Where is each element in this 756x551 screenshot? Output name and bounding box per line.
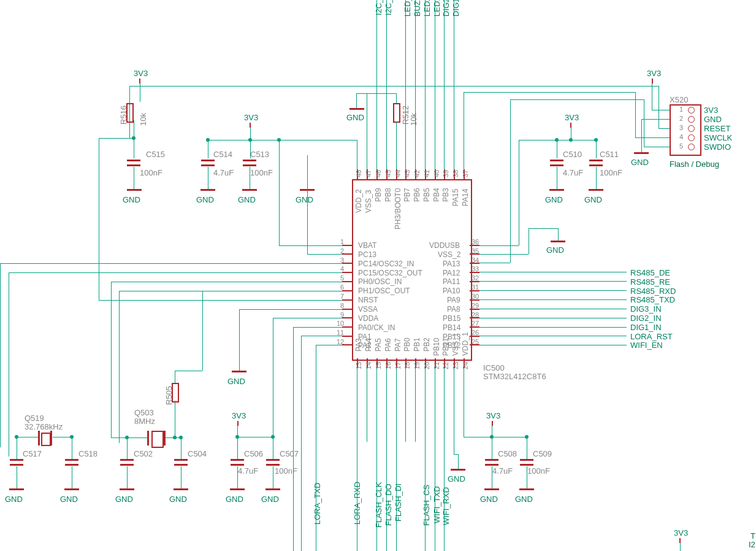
pinlbl-vddusb: VDDUSB: [429, 241, 460, 250]
w-pb12: [479, 345, 627, 345]
w-q519-2-v: [72, 437, 72, 459]
pinnum-7: 7: [340, 293, 344, 300]
w-b23: [454, 368, 454, 454]
pinlbl-vss1: VSS_1: [451, 333, 460, 356]
c513-p2: [243, 164, 256, 166]
j-q503-2: [179, 436, 183, 439]
c515-p2: [127, 164, 140, 166]
w-pa0: [293, 327, 342, 328]
w-b21: [435, 368, 435, 551]
w-c515-gnd: [134, 167, 134, 189]
w-top-42: [415, 0, 416, 169]
pinlbl-pa11: PA11: [443, 277, 460, 286]
q503-val: 8MHz: [134, 417, 155, 426]
c517-p1: [10, 459, 23, 461]
w-top-40: [435, 0, 435, 169]
c518-gnd: [64, 488, 79, 490]
c509-ref: C509: [533, 449, 552, 458]
pinlbl-pb9: PB9: [374, 188, 383, 202]
c510-gnd-lbl: GND: [545, 195, 563, 204]
w-b22: [444, 368, 445, 551]
w-c507-top: [273, 437, 273, 459]
pinlbl-pb7: PB7: [403, 188, 411, 202]
w-48v: [357, 140, 357, 169]
pinnum-16: 16: [384, 362, 392, 369]
pinlbl-vbat: VBAT: [358, 241, 376, 250]
c514-val: 4.7uF: [213, 168, 234, 177]
c507-ref: C507: [280, 449, 299, 458]
j-q519-1: [15, 435, 18, 439]
c515-val: 100nF: [140, 168, 162, 177]
c510-val: 4.7uF: [563, 168, 583, 177]
c508-gnd-lbl: GND: [480, 495, 498, 504]
c507-gnd: [265, 488, 280, 490]
pinnum-42: 42: [413, 170, 421, 177]
w-vdda-3v3: [237, 426, 238, 459]
pinlbl-pb1: PB1: [413, 337, 421, 352]
c514-gnd: [200, 189, 215, 191]
w-top-44: [396, 121, 397, 169]
pwr-3v3-5: 3V3: [232, 411, 246, 420]
net-dig1-in: DIG1_IN: [630, 323, 662, 332]
q519-ref: Q519: [25, 414, 44, 423]
q519-body: [41, 433, 51, 446]
pinnum-30: 30: [472, 293, 479, 300]
w-pa0-v: [293, 327, 294, 551]
w-nrst-h: [129, 86, 659, 87]
w-37v: [464, 92, 464, 169]
c507-p1: [266, 459, 280, 461]
pinlbl-pb6: PB6: [413, 188, 421, 202]
pinlbl-ph0: PH0/OSC_IN: [358, 277, 402, 286]
pinnum-20: 20: [423, 362, 430, 369]
w-top-43: [405, 0, 406, 169]
w-gnd-vss1: [458, 454, 459, 469]
w-ph1: [119, 291, 342, 291]
c511-gnd-lbl: GND: [584, 195, 602, 204]
w-pa2-v: [316, 345, 316, 551]
c506-gnd: [230, 488, 245, 490]
w-c506-gnd: [237, 466, 238, 488]
w-vss2-h2: [529, 228, 558, 229]
ic-ref: IC500: [483, 363, 505, 372]
pinlbl-pb3: PB3: [441, 188, 450, 202]
pinnum-25: 25: [472, 338, 479, 345]
net-wifi-en: WIFI_EN: [630, 341, 663, 350]
net-rs485-txd: RS485_TXD: [630, 295, 675, 304]
pinnum-45: 45: [384, 170, 392, 177]
net-i2: I2: [749, 540, 755, 549]
w-c504-gnd: [181, 466, 181, 488]
pinnum-48: 48: [355, 170, 362, 177]
pinlbl-pa8: PA8: [447, 305, 460, 314]
pinlbl-pa6: PA6: [384, 338, 392, 352]
pinlbl-nrst: NRST: [358, 296, 378, 304]
c514-gnd-lbl: GND: [196, 195, 214, 204]
q503-body: [151, 431, 164, 448]
w-pc14: [0, 263, 342, 264]
pinlbl-ph3: PH3/BOOT0: [394, 188, 402, 229]
c518-ref: C518: [78, 449, 97, 458]
pinnum-44: 44: [394, 170, 402, 177]
pinlbl-pa3: PA3: [354, 338, 363, 352]
c504-ref: C504: [188, 449, 207, 458]
pinnum-34: 34: [472, 256, 479, 264]
net-flash-di: FLASH_DI: [394, 484, 403, 522]
j-b24-a: [490, 435, 494, 439]
r505-ref: R505: [164, 386, 174, 405]
w-pa2: [316, 345, 342, 345]
w-c502-gnd: [127, 466, 128, 488]
pinlbl-pb2: PB2: [422, 337, 431, 352]
w-q519-1-v: [17, 437, 17, 459]
c509-p1: [520, 459, 533, 461]
pwr-tick-3: [570, 123, 571, 128]
net-i2c-b: I2C_: [384, 0, 393, 15]
c517-gnd: [9, 488, 24, 490]
c502-p2: [120, 464, 134, 466]
pinnum-22: 22: [442, 362, 449, 369]
w-3v3-r516: [140, 83, 140, 102]
pwr-3v3-3: 3V3: [565, 113, 579, 122]
pinnum-13: 13: [355, 362, 362, 369]
w-x-swdio-v: [644, 99, 644, 147]
w-r505-v3: [202, 291, 203, 371]
c510-ref: C510: [563, 150, 582, 159]
c517-ref: C517: [23, 449, 42, 458]
